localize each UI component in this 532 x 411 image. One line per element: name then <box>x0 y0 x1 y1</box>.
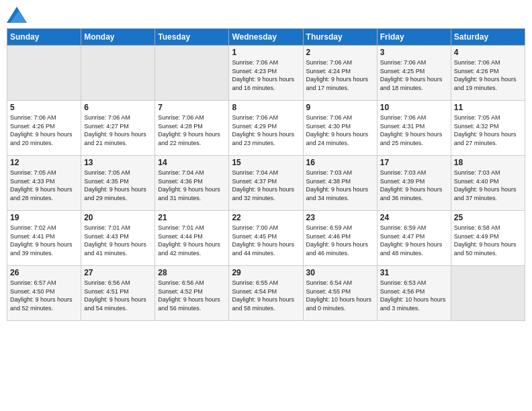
day-cell: 28Sunrise: 6:56 AMSunset: 4:52 PMDayligh… <box>155 266 229 321</box>
day-cell: 13Sunrise: 7:05 AMSunset: 4:35 PMDayligh… <box>81 156 155 211</box>
day-number: 2 <box>306 48 374 57</box>
day-number: 30 <box>306 268 374 277</box>
day-info: Sunrise: 7:02 AMSunset: 4:41 PMDaylight:… <box>10 224 78 257</box>
day-number: 25 <box>454 213 522 222</box>
day-number: 22 <box>232 213 300 222</box>
day-cell: 24Sunrise: 6:59 AMSunset: 4:47 PMDayligh… <box>377 211 451 266</box>
day-number: 5 <box>10 103 78 112</box>
day-number: 23 <box>306 213 374 222</box>
day-cell: 18Sunrise: 7:03 AMSunset: 4:40 PMDayligh… <box>451 156 525 211</box>
week-row-2: 5Sunrise: 7:06 AMSunset: 4:26 PMDaylight… <box>7 101 525 156</box>
day-info: Sunrise: 7:03 AMSunset: 4:40 PMDaylight:… <box>454 169 522 202</box>
day-number: 20 <box>84 213 152 222</box>
day-number: 15 <box>232 158 300 167</box>
day-info: Sunrise: 7:03 AMSunset: 4:38 PMDaylight:… <box>306 169 374 202</box>
day-number: 3 <box>380 48 448 57</box>
day-cell: 16Sunrise: 7:03 AMSunset: 4:38 PMDayligh… <box>303 156 377 211</box>
day-cell: 8Sunrise: 7:06 AMSunset: 4:29 PMDaylight… <box>229 101 303 156</box>
day-number: 27 <box>84 268 152 277</box>
day-cell: 14Sunrise: 7:04 AMSunset: 4:36 PMDayligh… <box>155 156 229 211</box>
logo <box>7 7 28 23</box>
day-cell: 23Sunrise: 6:59 AMSunset: 4:46 PMDayligh… <box>303 211 377 266</box>
day-info: Sunrise: 7:01 AMSunset: 4:43 PMDaylight:… <box>84 224 152 257</box>
day-number: 21 <box>158 213 226 222</box>
day-cell: 10Sunrise: 7:06 AMSunset: 4:31 PMDayligh… <box>377 101 451 156</box>
week-row-4: 19Sunrise: 7:02 AMSunset: 4:41 PMDayligh… <box>7 211 525 266</box>
day-info: Sunrise: 7:03 AMSunset: 4:39 PMDaylight:… <box>380 169 448 202</box>
weekday-header-saturday: Saturday <box>451 29 525 46</box>
day-info: Sunrise: 7:05 AMSunset: 4:35 PMDaylight:… <box>84 169 152 202</box>
page: SundayMondayTuesdayWednesdayThursdayFrid… <box>0 0 532 411</box>
weekday-header-friday: Friday <box>377 29 451 46</box>
day-info: Sunrise: 7:04 AMSunset: 4:37 PMDaylight:… <box>232 169 300 202</box>
day-info: Sunrise: 6:55 AMSunset: 4:54 PMDaylight:… <box>232 279 300 312</box>
day-info: Sunrise: 6:58 AMSunset: 4:49 PMDaylight:… <box>454 224 522 257</box>
weekday-header-sunday: Sunday <box>7 29 81 46</box>
week-row-5: 26Sunrise: 6:57 AMSunset: 4:50 PMDayligh… <box>7 266 525 321</box>
day-cell: 21Sunrise: 7:01 AMSunset: 4:44 PMDayligh… <box>155 211 229 266</box>
day-cell: 30Sunrise: 6:54 AMSunset: 4:55 PMDayligh… <box>303 266 377 321</box>
day-info: Sunrise: 7:04 AMSunset: 4:36 PMDaylight:… <box>158 169 226 202</box>
day-info: Sunrise: 7:06 AMSunset: 4:28 PMDaylight:… <box>158 113 226 147</box>
day-cell: 27Sunrise: 6:56 AMSunset: 4:51 PMDayligh… <box>81 266 155 321</box>
day-cell: 20Sunrise: 7:01 AMSunset: 4:43 PMDayligh… <box>81 211 155 266</box>
day-number: 16 <box>306 158 374 167</box>
day-cell: 3Sunrise: 7:06 AMSunset: 4:25 PMDaylight… <box>377 46 451 101</box>
day-cell: 6Sunrise: 7:06 AMSunset: 4:27 PMDaylight… <box>81 101 155 156</box>
calendar-table: SundayMondayTuesdayWednesdayThursdayFrid… <box>7 28 525 321</box>
day-cell: 1Sunrise: 7:06 AMSunset: 4:23 PMDaylight… <box>229 46 303 101</box>
day-cell: 9Sunrise: 7:06 AMSunset: 4:30 PMDaylight… <box>303 101 377 156</box>
day-info: Sunrise: 7:06 AMSunset: 4:25 PMDaylight:… <box>380 58 448 92</box>
day-cell: 15Sunrise: 7:04 AMSunset: 4:37 PMDayligh… <box>229 156 303 211</box>
day-number: 26 <box>10 268 78 277</box>
weekday-header-tuesday: Tuesday <box>155 29 229 46</box>
day-number: 4 <box>454 48 522 57</box>
day-info: Sunrise: 7:06 AMSunset: 4:23 PMDaylight:… <box>232 58 300 92</box>
weekday-header-row: SundayMondayTuesdayWednesdayThursdayFrid… <box>7 29 525 46</box>
day-cell: 26Sunrise: 6:57 AMSunset: 4:50 PMDayligh… <box>7 266 81 321</box>
day-cell: 17Sunrise: 7:03 AMSunset: 4:39 PMDayligh… <box>377 156 451 211</box>
day-cell: 22Sunrise: 7:00 AMSunset: 4:45 PMDayligh… <box>229 211 303 266</box>
day-info: Sunrise: 7:05 AMSunset: 4:33 PMDaylight:… <box>10 169 78 202</box>
day-info: Sunrise: 7:05 AMSunset: 4:32 PMDaylight:… <box>454 113 522 147</box>
day-info: Sunrise: 7:06 AMSunset: 4:26 PMDaylight:… <box>10 113 78 147</box>
day-info: Sunrise: 7:06 AMSunset: 4:31 PMDaylight:… <box>380 113 448 147</box>
day-info: Sunrise: 7:06 AMSunset: 4:29 PMDaylight:… <box>232 113 300 147</box>
day-number: 13 <box>84 158 152 167</box>
day-number: 14 <box>158 158 226 167</box>
day-number: 6 <box>84 103 152 112</box>
day-number: 29 <box>232 268 300 277</box>
day-info: Sunrise: 6:54 AMSunset: 4:55 PMDaylight:… <box>306 279 374 312</box>
day-number: 28 <box>158 268 226 277</box>
day-info: Sunrise: 7:06 AMSunset: 4:27 PMDaylight:… <box>84 113 152 147</box>
day-info: Sunrise: 6:53 AMSunset: 4:56 PMDaylight:… <box>380 279 448 312</box>
day-number: 11 <box>454 103 522 112</box>
day-info: Sunrise: 6:59 AMSunset: 4:47 PMDaylight:… <box>380 224 448 257</box>
day-cell: 31Sunrise: 6:53 AMSunset: 4:56 PMDayligh… <box>377 266 451 321</box>
day-cell <box>155 46 229 101</box>
day-number: 9 <box>306 103 374 112</box>
day-cell: 2Sunrise: 7:06 AMSunset: 4:24 PMDaylight… <box>303 46 377 101</box>
day-cell: 25Sunrise: 6:58 AMSunset: 4:49 PMDayligh… <box>451 211 525 266</box>
logo-icon <box>7 7 27 23</box>
day-cell: 5Sunrise: 7:06 AMSunset: 4:26 PMDaylight… <box>7 101 81 156</box>
day-cell: 19Sunrise: 7:02 AMSunset: 4:41 PMDayligh… <box>7 211 81 266</box>
day-cell <box>7 46 81 101</box>
day-info: Sunrise: 7:01 AMSunset: 4:44 PMDaylight:… <box>158 224 226 257</box>
weekday-header-wednesday: Wednesday <box>229 29 303 46</box>
day-info: Sunrise: 6:59 AMSunset: 4:46 PMDaylight:… <box>306 224 374 257</box>
day-number: 8 <box>232 103 300 112</box>
day-cell <box>81 46 155 101</box>
day-info: Sunrise: 7:00 AMSunset: 4:45 PMDaylight:… <box>232 224 300 257</box>
day-number: 18 <box>454 158 522 167</box>
day-number: 12 <box>10 158 78 167</box>
day-info: Sunrise: 6:57 AMSunset: 4:50 PMDaylight:… <box>10 279 78 312</box>
day-number: 10 <box>380 103 448 112</box>
day-info: Sunrise: 7:06 AMSunset: 4:30 PMDaylight:… <box>306 113 374 147</box>
day-cell: 7Sunrise: 7:06 AMSunset: 4:28 PMDaylight… <box>155 101 229 156</box>
day-cell: 11Sunrise: 7:05 AMSunset: 4:32 PMDayligh… <box>451 101 525 156</box>
day-number: 31 <box>380 268 448 277</box>
day-cell: 29Sunrise: 6:55 AMSunset: 4:54 PMDayligh… <box>229 266 303 321</box>
header <box>7 7 525 23</box>
day-cell: 12Sunrise: 7:05 AMSunset: 4:33 PMDayligh… <box>7 156 81 211</box>
